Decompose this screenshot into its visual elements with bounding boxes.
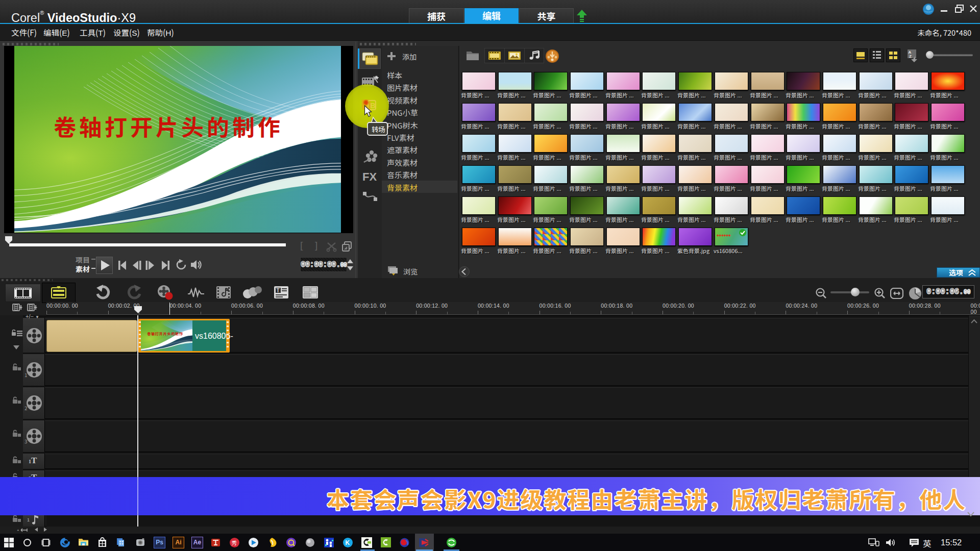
- svg-text:1: 1: [27, 517, 30, 522]
- svg-text:Z: Z: [909, 54, 912, 59]
- svg-text:+: +: [17, 528, 19, 533]
- svg-text:K: K: [346, 539, 350, 546]
- svg-text:T: T: [277, 288, 280, 293]
- svg-text:卷轴打开片头的制作: 卷轴打开片头的制作: [54, 110, 283, 142]
- svg-text:秀: 秀: [232, 539, 237, 546]
